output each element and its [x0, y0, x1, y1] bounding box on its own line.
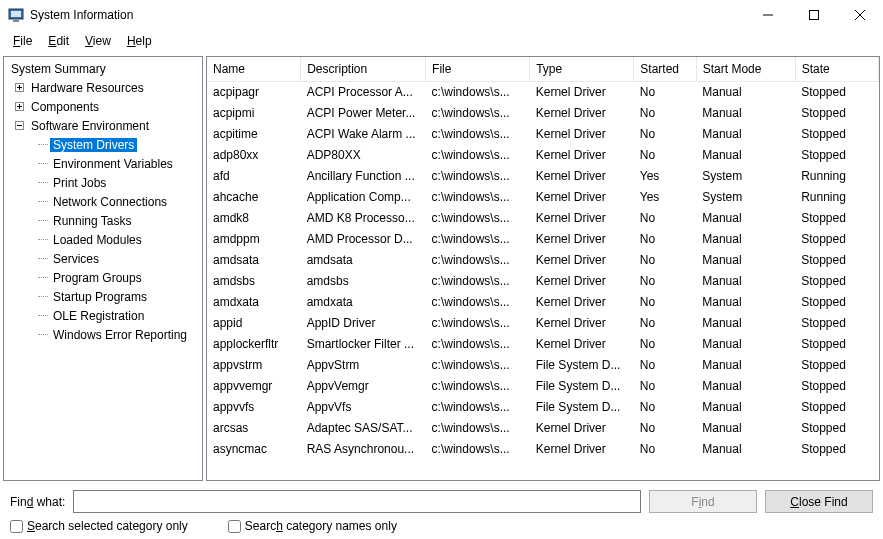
titlebar[interactable]: System Information	[0, 0, 883, 30]
cell-name: acpipagr	[207, 81, 301, 102]
tree-item[interactable]: Environment Variables	[4, 154, 202, 173]
search-selected-box[interactable]	[10, 520, 23, 533]
menu-view[interactable]: View	[78, 32, 118, 50]
cell-file: c:\windows\s...	[426, 396, 530, 417]
find-input[interactable]	[73, 490, 641, 513]
table-row[interactable]: appvvfsAppvVfsc:\windows\s...File System…	[207, 396, 879, 417]
tree-item[interactable]: OLE Registration	[4, 306, 202, 325]
find-button[interactable]: Find	[649, 490, 757, 513]
cell-state: Stopped	[795, 123, 878, 144]
table-row[interactable]: acpitimeACPI Wake Alarm ...c:\windows\s.…	[207, 123, 879, 144]
table-row[interactable]: amdsbsamdsbsc:\windows\s...Kernel Driver…	[207, 270, 879, 291]
tree-item[interactable]: Windows Error Reporting	[4, 325, 202, 344]
tree-item-label: OLE Registration	[50, 309, 147, 323]
table-row[interactable]: asyncmacRAS Asynchronou...c:\windows\s..…	[207, 438, 879, 459]
cell-name: ahcache	[207, 186, 301, 207]
grid-viewport[interactable]: NameDescriptionFileTypeStartedStart Mode…	[207, 57, 879, 480]
cell-file: c:\windows\s...	[426, 354, 530, 375]
cell-started: No	[634, 144, 696, 165]
table-row[interactable]: appidAppID Driverc:\windows\s...Kernel D…	[207, 312, 879, 333]
cell-name: appvvfs	[207, 396, 301, 417]
column-header-state[interactable]: State	[795, 57, 878, 81]
tree-item-label: Startup Programs	[50, 290, 150, 304]
cell-description: AMD Processor D...	[301, 228, 426, 249]
maximize-button[interactable]	[791, 0, 837, 30]
menu-file[interactable]: File	[6, 32, 39, 50]
cell-state: Stopped	[795, 207, 878, 228]
cell-description: amdxata	[301, 291, 426, 312]
table-row[interactable]: amdxataamdxatac:\windows\s...Kernel Driv…	[207, 291, 879, 312]
cell-started: No	[634, 102, 696, 123]
table-row[interactable]: afdAncillary Function ...c:\windows\s...…	[207, 165, 879, 186]
tree-item-label: Running Tasks	[50, 214, 135, 228]
expand-icon[interactable]	[12, 100, 26, 114]
cell-type: File System D...	[530, 396, 634, 417]
table-row[interactable]: adp80xxADP80XXc:\windows\s...Kernel Driv…	[207, 144, 879, 165]
cell-file: c:\windows\s...	[426, 417, 530, 438]
close-find-button[interactable]: Close Find	[765, 490, 873, 513]
cell-description: AppID Driver	[301, 312, 426, 333]
table-row[interactable]: amdppmAMD Processor D...c:\windows\s...K…	[207, 228, 879, 249]
search-names-box[interactable]	[228, 520, 241, 533]
cell-state: Stopped	[795, 249, 878, 270]
table-row[interactable]: appvstrmAppvStrmc:\windows\s...File Syst…	[207, 354, 879, 375]
tree-item-label: Software Environment	[28, 119, 152, 133]
cell-started: No	[634, 396, 696, 417]
cell-type: Kernel Driver	[530, 165, 634, 186]
cell-description: ADP80XX	[301, 144, 426, 165]
column-header-file[interactable]: File	[426, 57, 530, 81]
cell-type: Kernel Driver	[530, 417, 634, 438]
cell-start_mode: Manual	[696, 354, 795, 375]
find-label: Find what:	[10, 495, 65, 509]
search-selected-checkbox[interactable]: Search selected category only	[10, 519, 188, 533]
cell-type: Kernel Driver	[530, 186, 634, 207]
table-row[interactable]: amdk8AMD K8 Processo...c:\windows\s...Ke…	[207, 207, 879, 228]
tree-item[interactable]: Program Groups	[4, 268, 202, 287]
tree-item[interactable]: Software Environment	[4, 116, 202, 135]
cell-file: c:\windows\s...	[426, 270, 530, 291]
minimize-button[interactable]	[745, 0, 791, 30]
cell-file: c:\windows\s...	[426, 144, 530, 165]
collapse-icon[interactable]	[12, 119, 26, 133]
cell-started: No	[634, 123, 696, 144]
search-names-checkbox[interactable]: Search category names only	[228, 519, 397, 533]
drivers-table: NameDescriptionFileTypeStartedStart Mode…	[207, 57, 879, 459]
table-row[interactable]: ahcacheApplication Comp...c:\windows\s..…	[207, 186, 879, 207]
cell-description: Smartlocker Filter ...	[301, 333, 426, 354]
cell-start_mode: Manual	[696, 207, 795, 228]
tree-item[interactable]: Print Jobs	[4, 173, 202, 192]
tree-item[interactable]: Services	[4, 249, 202, 268]
cell-started: No	[634, 333, 696, 354]
table-row[interactable]: arcsasAdaptec SAS/SAT...c:\windows\s...K…	[207, 417, 879, 438]
table-row[interactable]: acpipagrACPI Processor A...c:\windows\s.…	[207, 81, 879, 102]
tree-item[interactable]: Loaded Modules	[4, 230, 202, 249]
cell-file: c:\windows\s...	[426, 438, 530, 459]
table-row[interactable]: applockerfltrSmartlocker Filter ...c:\wi…	[207, 333, 879, 354]
tree-item[interactable]: Components	[4, 97, 202, 116]
column-header-type[interactable]: Type	[530, 57, 634, 81]
cell-file: c:\windows\s...	[426, 333, 530, 354]
column-header-name[interactable]: Name	[207, 57, 301, 81]
column-header-description[interactable]: Description	[301, 57, 426, 81]
tree-scroll[interactable]: System SummaryHardware ResourcesComponen…	[4, 57, 202, 480]
close-button[interactable]	[837, 0, 883, 30]
table-row[interactable]: acpipmiACPI Power Meter...c:\windows\s..…	[207, 102, 879, 123]
tree-item[interactable]: Network Connections	[4, 192, 202, 211]
tree-root[interactable]: System Summary	[4, 59, 202, 78]
tree-item[interactable]: Startup Programs	[4, 287, 202, 306]
cell-state: Stopped	[795, 396, 878, 417]
cell-description: Adaptec SAS/SAT...	[301, 417, 426, 438]
column-header-start_mode[interactable]: Start Mode	[696, 57, 795, 81]
table-row[interactable]: appvvemgrAppvVemgrc:\windows\s...File Sy…	[207, 375, 879, 396]
tree-item[interactable]: Hardware Resources	[4, 78, 202, 97]
cell-start_mode: System	[696, 186, 795, 207]
tree-item[interactable]: System Drivers	[4, 135, 202, 154]
menu-help[interactable]: Help	[120, 32, 159, 50]
table-row[interactable]: amdsataamdsatac:\windows\s...Kernel Driv…	[207, 249, 879, 270]
expand-icon[interactable]	[12, 81, 26, 95]
cell-state: Stopped	[795, 438, 878, 459]
column-header-started[interactable]: Started	[634, 57, 696, 81]
tree-item-label: Hardware Resources	[28, 81, 147, 95]
menu-edit[interactable]: Edit	[41, 32, 76, 50]
tree-item[interactable]: Running Tasks	[4, 211, 202, 230]
